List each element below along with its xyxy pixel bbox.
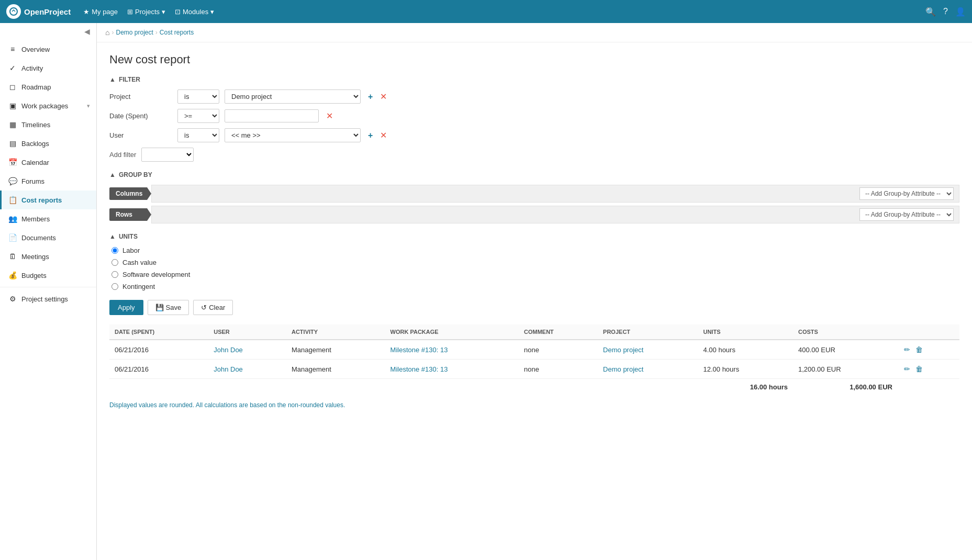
group-by-section: ▲ GROUP BY Columns -- Add Group-by Attri… <box>109 171 959 223</box>
group-by-rows-add[interactable]: -- Add Group-by Attribute -- <box>859 208 954 221</box>
col-comment: COMMENT <box>519 324 598 340</box>
cell-work-package-1: Milestone #130: 13 <box>385 340 519 360</box>
project-link-2[interactable]: Demo project <box>603 365 643 373</box>
sidebar-item-meetings[interactable]: 🗓 Meetings <box>0 247 96 266</box>
sidebar-item-documents[interactable]: 📄 Documents <box>0 228 96 247</box>
filter-op-select-project[interactable]: is is not <box>177 89 219 104</box>
filter-remove-project[interactable]: ✕ <box>378 91 389 103</box>
breadcrumb-demo-project[interactable]: Demo project <box>116 29 153 36</box>
filter-remove-user[interactable]: ✕ <box>378 129 389 141</box>
group-by-section-header[interactable]: ▲ GROUP BY <box>109 171 959 178</box>
filter-op-date[interactable]: >= <= = between <box>177 109 219 123</box>
group-by-rows-select[interactable]: -- Add Group-by Attribute -- <box>859 208 954 221</box>
add-filter-select[interactable] <box>141 148 194 162</box>
nav-mypage[interactable]: ★ My page <box>83 8 118 16</box>
sidebar-item-members[interactable]: 👥 Members <box>0 209 96 228</box>
units-section-header[interactable]: ▲ UNITS <box>109 233 959 240</box>
filter-val-user[interactable]: << me >> <box>225 128 361 142</box>
group-by-columns-select[interactable]: -- Add Group-by Attribute -- <box>859 187 954 200</box>
delete-button-2[interactable]: 🗑 <box>914 364 924 374</box>
sidebar-item-roadmap[interactable]: ◻ Roadmap <box>0 77 96 96</box>
filter-val-input-date[interactable]: 2016-05-28 <box>225 109 319 122</box>
user-icon[interactable]: 👤 <box>955 7 966 17</box>
col-actions <box>898 324 959 340</box>
units-list: Labor Cash value Software development Ko… <box>109 247 959 290</box>
clear-button[interactable]: ↺ Clear <box>193 300 233 315</box>
sidebar-item-label: Roadmap <box>21 83 90 91</box>
nav-right: 🔍 ? 👤 <box>925 7 966 17</box>
col-units: UNITS <box>698 324 792 340</box>
sidebar-item-calendar[interactable]: 📅 Calendar <box>0 153 96 172</box>
sidebar-item-label: Cost reports <box>21 196 90 204</box>
group-by-section-label: GROUP BY <box>119 171 152 178</box>
nav-projects[interactable]: ⊞ Projects ▾ <box>127 8 165 16</box>
filter-val-select-user[interactable]: << me >> <box>225 128 361 142</box>
edit-button-1[interactable]: ✏ <box>903 344 911 355</box>
sidebar-item-work-packages[interactable]: ▣ Work packages ▾ <box>0 96 96 115</box>
unit-radio-software-dev[interactable] <box>111 271 118 278</box>
unit-radio-labor[interactable] <box>111 247 118 254</box>
help-icon[interactable]: ? <box>943 7 948 16</box>
breadcrumb-sep-2: › <box>155 29 158 36</box>
group-by-columns-label: Columns <box>109 187 151 200</box>
edit-button-2[interactable]: ✏ <box>903 364 911 374</box>
unit-label-software-dev: Software development <box>122 271 190 278</box>
sidebar-item-activity[interactable]: ✓ Activity <box>0 59 96 77</box>
unit-option-kontingent[interactable]: Kontingent <box>111 283 959 290</box>
user-link-2[interactable]: John Doe <box>214 365 243 373</box>
unit-label-kontingent: Kontingent <box>122 283 155 290</box>
sidebar-item-backlogs[interactable]: ▤ Backlogs <box>0 134 96 153</box>
cell-units-2: 12.00 hours <box>698 360 792 379</box>
breadcrumb-cost-reports[interactable]: Cost reports <box>160 29 194 36</box>
filter-section-label: FILTER <box>119 76 140 83</box>
user-link-1[interactable]: John Doe <box>214 346 243 354</box>
work-package-link-2[interactable]: Milestone #130: 13 <box>390 365 448 373</box>
sidebar-item-label: Backlogs <box>21 140 90 148</box>
app-logo[interactable]: OpenProject <box>6 4 71 19</box>
unit-option-cash-value[interactable]: Cash value <box>111 259 959 266</box>
save-icon: 💾 <box>155 304 164 311</box>
filter-val-date[interactable]: 2016-05-28 <box>225 109 319 122</box>
sidebar-item-budgets[interactable]: 💰 Budgets <box>0 266 96 285</box>
filter-op-select-user[interactable]: is is not <box>177 128 219 142</box>
sidebar-toggle[interactable]: ◀ <box>0 23 96 40</box>
filter-add-value-user[interactable]: + <box>366 130 375 141</box>
sidebar-item-label: Budgets <box>21 272 90 279</box>
nav-modules[interactable]: ⊡ Modules ▾ <box>175 8 214 16</box>
filter-op-project[interactable]: is is not <box>177 89 219 104</box>
sidebar-item-overview[interactable]: ≡ Overview <box>0 40 96 59</box>
unit-option-labor[interactable]: Labor <box>111 247 959 254</box>
work-package-link-1[interactable]: Milestone #130: 13 <box>390 346 448 354</box>
filter-add-value-project[interactable]: + <box>366 91 375 103</box>
cell-activity-2: Management <box>286 360 385 379</box>
filter-val-project[interactable]: Demo project <box>225 89 361 104</box>
filter-section-header[interactable]: ▲ FILTER <box>109 76 959 83</box>
unit-option-software-dev[interactable]: Software development <box>111 271 959 278</box>
project-link-1[interactable]: Demo project <box>603 346 643 354</box>
filter-collapse-icon: ▲ <box>109 76 116 83</box>
filter-remove-date[interactable]: ✕ <box>324 110 335 122</box>
group-by-columns-add[interactable]: -- Add Group-by Attribute -- <box>859 187 954 200</box>
sidebar-item-project-settings[interactable]: ⚙ Project settings <box>0 289 96 308</box>
table-body: 06/21/2016 John Doe Management Milestone… <box>109 340 959 379</box>
filter-op-user[interactable]: is is not <box>177 128 219 142</box>
delete-button-1[interactable]: 🗑 <box>914 344 924 355</box>
sidebar-item-forums[interactable]: 💬 Forums <box>0 172 96 191</box>
home-icon[interactable]: ⌂ <box>105 28 109 37</box>
unit-radio-kontingent[interactable] <box>111 283 118 290</box>
filter-val-select-project[interactable]: Demo project <box>225 89 361 104</box>
action-buttons: Apply 💾 Save ↺ Clear <box>109 300 959 315</box>
table-totals-row: 16.00 hours 1,600.00 EUR <box>109 379 959 396</box>
sidebar-item-timelines[interactable]: ▦ Timelines <box>0 115 96 134</box>
unit-radio-cash-value[interactable] <box>111 259 118 266</box>
add-filter-select-wrap[interactable] <box>141 148 194 162</box>
apply-button[interactable]: Apply <box>109 300 143 315</box>
col-user: USER <box>208 324 286 340</box>
sidebar-item-cost-reports[interactable]: 📋 Cost reports <box>0 191 96 209</box>
units-collapse-icon: ▲ <box>109 233 116 240</box>
search-icon[interactable]: 🔍 <box>925 7 936 17</box>
save-label: Save <box>166 304 182 311</box>
save-button[interactable]: 💾 Save <box>148 300 189 315</box>
chevron-down-icon: ▾ <box>162 8 165 16</box>
filter-op-select-date[interactable]: >= <= = between <box>177 109 219 123</box>
